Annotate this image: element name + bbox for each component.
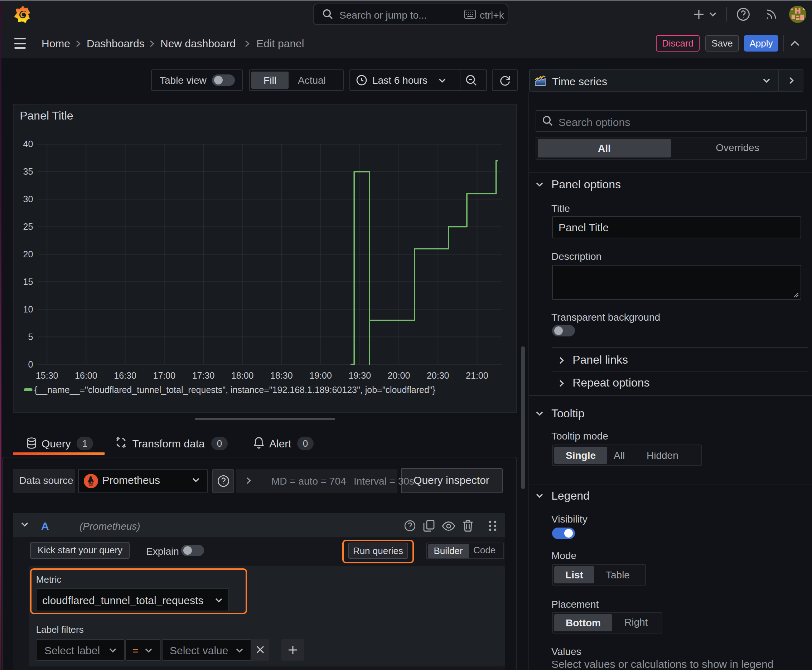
svg-text:20:00: 20:00	[388, 371, 411, 381]
svg-text:10: 10	[23, 304, 33, 314]
svg-text:5: 5	[28, 332, 33, 342]
svg-text:40: 40	[23, 139, 33, 149]
svg-text:18:00: 18:00	[232, 371, 254, 381]
svg-text:19:00: 19:00	[310, 371, 332, 381]
svg-text:35: 35	[23, 166, 33, 176]
svg-text:25: 25	[23, 222, 33, 232]
svg-text:20:30: 20:30	[427, 371, 450, 381]
svg-text:0: 0	[28, 359, 33, 369]
svg-text:18:30: 18:30	[271, 371, 293, 381]
svg-text:15:30: 15:30	[36, 371, 59, 381]
svg-text:17:00: 17:00	[153, 371, 176, 381]
svg-text:30: 30	[23, 194, 33, 204]
svg-text:20: 20	[23, 249, 33, 259]
svg-text:19:30: 19:30	[349, 371, 371, 381]
svg-text:16:30: 16:30	[114, 371, 137, 381]
svg-text:17:30: 17:30	[193, 371, 215, 381]
svg-text:16:00: 16:00	[75, 371, 98, 381]
svg-text:15: 15	[23, 276, 33, 286]
svg-text:{__name__="cloudflared_tunnel_: {__name__="cloudflared_tunnel_total_requ…	[35, 385, 436, 395]
svg-text:21:00: 21:00	[466, 371, 489, 381]
